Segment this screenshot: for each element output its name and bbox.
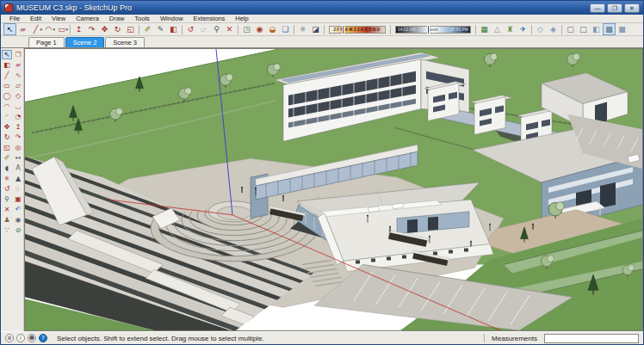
- match-photo-icon[interactable]: ▦: [478, 23, 491, 35]
- model-viewport[interactable]: [24, 48, 643, 331]
- rectangle-tool-icon[interactable]: ▭▾: [55, 23, 68, 35]
- tab-page-1[interactable]: Page 1: [28, 37, 65, 48]
- extension-warehouse-icon[interactable]: ◒: [266, 23, 279, 35]
- palette-orbit-tool-icon[interactable]: ↺: [2, 184, 12, 194]
- palette-scale-tool-icon[interactable]: ◱: [2, 143, 12, 152]
- palette-previous-view-tool-icon[interactable]: ↶: [13, 205, 23, 214]
- photo-textures-icon[interactable]: ♜: [504, 23, 517, 35]
- style-xray-icon[interactable]: ◇: [534, 23, 547, 35]
- style-shaded-icon[interactable]: ◧: [590, 23, 603, 35]
- measurements-input[interactable]: [544, 334, 639, 343]
- move-tool-icon[interactable]: ✥: [98, 23, 111, 35]
- styles-panel-icon[interactable]: ❏: [279, 23, 292, 35]
- follow-me-tool-icon[interactable]: ↷: [85, 23, 98, 35]
- help-icon[interactable]: ?: [39, 334, 47, 342]
- palette-look-around-tool-icon[interactable]: ◉: [13, 215, 23, 225]
- orbit-tool-icon[interactable]: ↺: [184, 23, 197, 35]
- style-monochrome-icon[interactable]: ■: [616, 23, 629, 35]
- palette-tape-measure-tool-icon[interactable]: ✐: [2, 153, 12, 163]
- palette-line-tool-icon[interactable]: ╱: [2, 71, 12, 80]
- text-tool-icon[interactable]: ✎: [154, 23, 167, 35]
- menu-view[interactable]: View: [46, 15, 71, 23]
- palette-zoom-tool-icon[interactable]: ⚲: [2, 194, 12, 204]
- shadow-settings-icon[interactable]: ☼: [296, 23, 309, 35]
- palette-rotate-tool-icon[interactable]: ↻: [2, 132, 12, 142]
- style-wireframe-icon[interactable]: ▢: [564, 23, 577, 35]
- toggle-terrain-icon[interactable]: △: [491, 23, 504, 35]
- tape-measure-tool-icon[interactable]: ✐: [141, 23, 154, 35]
- scale-tool-icon[interactable]: ◱: [124, 23, 137, 35]
- zoom-extents-tool-icon[interactable]: ✕: [223, 23, 236, 35]
- palette-three-point-arc-tool-icon[interactable]: ◜: [2, 112, 12, 121]
- style-hidden-line-icon[interactable]: □: [577, 23, 590, 35]
- sign-in-icon[interactable]: ☻: [28, 334, 36, 342]
- zoom-tool-icon[interactable]: ⚲: [210, 23, 223, 35]
- style-back-edges-icon[interactable]: ◈: [547, 23, 560, 35]
- add-location-icon[interactable]: ✈: [517, 23, 529, 35]
- pan-tool-icon[interactable]: ☞: [197, 23, 210, 35]
- palette-polygon-tool-icon[interactable]: ◇: [13, 91, 23, 101]
- toolbar-group-camera: ↺☞⚲✕: [184, 23, 236, 35]
- palette-arc-tool-icon[interactable]: ◠: [2, 102, 12, 111]
- push-pull-tool-icon[interactable]: ↥: [72, 23, 85, 35]
- palette-eraser-tool-icon[interactable]: ▰: [13, 60, 23, 70]
- maximize-button[interactable]: ❐: [607, 3, 622, 13]
- palette-paint-bucket-tool-icon[interactable]: ◧: [2, 60, 12, 70]
- toolbar-separator: [238, 25, 238, 34]
- menu-extensions[interactable]: Extensions: [189, 15, 231, 23]
- menu-file[interactable]: File: [4, 15, 25, 23]
- geo-location-icon[interactable]: ⊕: [5, 334, 14, 342]
- menu-window[interactable]: Window: [155, 15, 189, 23]
- palette-dimension-tool-icon[interactable]: ↔: [13, 153, 23, 163]
- shadow-date-slider[interactable]: JFMAMJJASOND: [329, 26, 386, 34]
- palette-section-plane-tool-icon[interactable]: ⊘: [13, 225, 23, 235]
- menu-camera[interactable]: Camera: [71, 15, 104, 23]
- palette-threed-text-tool-icon[interactable]: ▲: [13, 174, 23, 183]
- credits-icon[interactable]: i: [16, 334, 25, 342]
- rotate-tool-icon[interactable]: ↻: [111, 23, 124, 35]
- menu-draw[interactable]: Draw: [104, 15, 130, 23]
- style-shaded-textures-icon[interactable]: ▩: [603, 23, 616, 35]
- palette-pie-tool-icon[interactable]: ◔: [13, 112, 23, 121]
- palette-offset-tool-icon[interactable]: ◎: [13, 143, 23, 152]
- palette-freehand-tool-icon[interactable]: ∿: [13, 71, 23, 80]
- toolbar-group-face-style-a: ◇◈: [534, 23, 560, 35]
- get-models-icon[interactable]: ◳: [240, 23, 253, 35]
- palette-rectangle-tool-icon[interactable]: ▭: [2, 81, 12, 90]
- palette-axes-tool-icon[interactable]: ✳: [2, 174, 12, 183]
- palette-push-pull-tool-icon[interactable]: ↥: [13, 122, 23, 132]
- tab-scene-2[interactable]: Scene 2: [65, 37, 105, 48]
- menu-help[interactable]: Help: [230, 15, 253, 23]
- paint-bucket-tool-icon[interactable]: ◧: [167, 23, 180, 35]
- tab-scene-3[interactable]: Scene 3: [105, 37, 145, 48]
- palette-walk-tool-icon[interactable]: ∵: [2, 225, 12, 235]
- palette-position-camera-tool-icon[interactable]: ♟: [2, 215, 12, 225]
- time-slider-thumb[interactable]: [427, 25, 430, 34]
- palette-circle-tool-icon[interactable]: ◯: [2, 91, 12, 101]
- toggle-shadows-icon[interactable]: ◪: [309, 23, 322, 35]
- close-button[interactable]: ✕: [624, 3, 640, 13]
- minimize-button[interactable]: —: [590, 3, 605, 13]
- palette-rotated-rectangle-tool-icon[interactable]: ▱: [13, 81, 23, 90]
- palette-two-point-arc-tool-icon[interactable]: ◡: [13, 102, 23, 111]
- menu-tools[interactable]: Tools: [129, 15, 155, 23]
- palette-zoom-window-tool-icon[interactable]: ▣: [13, 194, 23, 204]
- line-tool-icon[interactable]: ╱▾: [29, 23, 42, 35]
- palette-make-component-tool-icon[interactable]: ❒: [13, 50, 23, 59]
- palette-pan-tool-icon[interactable]: ☞: [13, 184, 23, 194]
- palette-move-tool-icon[interactable]: ✥: [2, 122, 12, 132]
- eraser-tool-icon[interactable]: ▰: [16, 23, 29, 35]
- palette-follow-me-tool-icon[interactable]: ↷: [13, 132, 23, 142]
- palette-text-tool-icon[interactable]: A: [13, 163, 23, 173]
- dropdown-arrow-icon: ▾: [65, 24, 68, 34]
- palette-select-tool-icon[interactable]: ↖: [2, 50, 12, 59]
- share-model-icon[interactable]: ◉: [253, 23, 266, 35]
- palette-protractor-tool-icon[interactable]: ◖: [2, 163, 12, 173]
- measurements-divider: [484, 334, 485, 342]
- select-tool-icon[interactable]: ↖: [3, 23, 16, 35]
- shadow-time-slider[interactable]: 04:02 AMNoon07:53 PM: [395, 26, 471, 34]
- date-slider-thumb[interactable]: [342, 25, 344, 34]
- menu-edit[interactable]: Edit: [25, 15, 46, 23]
- palette-zoom-extents-tool-icon[interactable]: ✕: [2, 205, 12, 214]
- arc-tool-icon[interactable]: ◠▾: [42, 23, 55, 35]
